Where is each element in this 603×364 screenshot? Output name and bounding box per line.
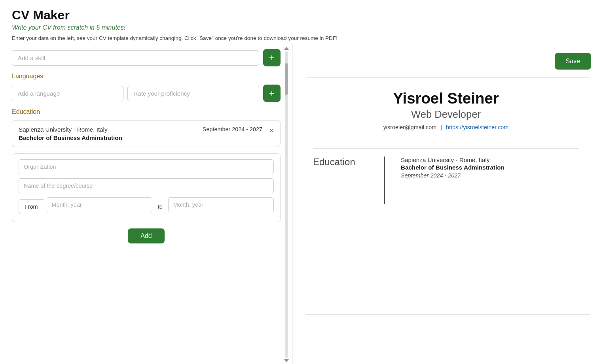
- language-input[interactable]: [12, 86, 123, 101]
- cv-separator: |: [440, 124, 442, 130]
- edu-card-degree: Bachelor of Business Adminstration: [19, 134, 122, 141]
- org-input[interactable]: [19, 159, 274, 174]
- app-subtitle: Write your CV from scratch in 5 minutes!: [12, 24, 591, 31]
- add-skill-button[interactable]: +: [263, 49, 281, 66]
- edu-card-right: September 2024 - 2027 ✕: [203, 126, 274, 134]
- edu-form: From to: [12, 153, 281, 222]
- cv-name: Yisroel Steiner: [313, 90, 579, 107]
- cv-preview: Yisroel Steiner Web Developer yisroeler@…: [305, 77, 591, 315]
- left-panel: + Languages + Education Sapienza Univers…: [0, 45, 293, 364]
- cv-education-section: Education Sapienza University - Rome, It…: [313, 157, 579, 204]
- edu-card-dates: September 2024 - 2027: [203, 126, 262, 132]
- scroll-thumb[interactable]: [285, 63, 288, 95]
- proficiency-input[interactable]: [127, 86, 259, 101]
- from-label: From: [19, 199, 44, 214]
- cv-edu-org: Sapienza University - Rome, Italy: [401, 157, 579, 163]
- skill-row: +: [12, 49, 281, 66]
- cv-section-divider: [384, 157, 385, 204]
- save-button[interactable]: Save: [555, 53, 591, 70]
- to-label: to: [155, 204, 165, 210]
- cv-divider: [313, 148, 579, 149]
- education-label: Education: [12, 108, 281, 115]
- cv-education-title: Education: [313, 157, 376, 204]
- cv-contact: yisroeler@gmail.com | https://yisroelste…: [313, 124, 579, 130]
- save-row: Save: [305, 53, 591, 70]
- cv-email: yisroeler@gmail.com: [383, 124, 437, 130]
- edu-card-left: Sapienza University - Rome, Italy Bachel…: [19, 126, 122, 141]
- degree-input[interactable]: [19, 178, 274, 193]
- edu-dates-row: From to: [19, 197, 274, 216]
- right-panel: Save Yisroel Steiner Web Developer yisro…: [293, 45, 603, 364]
- skill-input[interactable]: [12, 50, 259, 66]
- cv-edu-degree: Bachelor of Business Adminstration: [401, 164, 579, 171]
- add-row: Add: [12, 228, 281, 243]
- from-date-input[interactable]: [47, 197, 152, 212]
- edu-delete-button[interactable]: ✕: [269, 127, 274, 134]
- scroll-down-arrow[interactable]: [284, 359, 289, 362]
- edu-card-org: Sapienza University - Rome, Italy: [19, 126, 122, 133]
- cv-website[interactable]: https://yisroelsteiner.com: [446, 124, 508, 130]
- cv-header: Yisroel Steiner Web Developer yisroeler@…: [313, 90, 579, 138]
- to-date-input[interactable]: [168, 197, 274, 212]
- language-row: +: [12, 85, 281, 102]
- scroll-up-arrow[interactable]: [284, 47, 289, 50]
- cv-job-title: Web Developer: [313, 109, 579, 120]
- cv-section-content: Sapienza University - Rome, Italy Bachel…: [393, 157, 579, 204]
- scroll-track: [285, 51, 288, 358]
- app-title: CV Maker: [12, 8, 591, 23]
- scroll-indicator: [284, 45, 289, 364]
- app-description: Enter your data on the left, see your CV…: [12, 35, 591, 41]
- languages-label: Languages: [12, 73, 281, 80]
- cv-edu-dates: September 2024 - 2027: [401, 172, 579, 179]
- education-card: Sapienza University - Rome, Italy Bachel…: [12, 120, 281, 147]
- add-education-button[interactable]: Add: [128, 228, 164, 243]
- app-header: CV Maker Write your CV from scratch in 5…: [0, 0, 603, 45]
- add-language-button[interactable]: +: [263, 85, 281, 102]
